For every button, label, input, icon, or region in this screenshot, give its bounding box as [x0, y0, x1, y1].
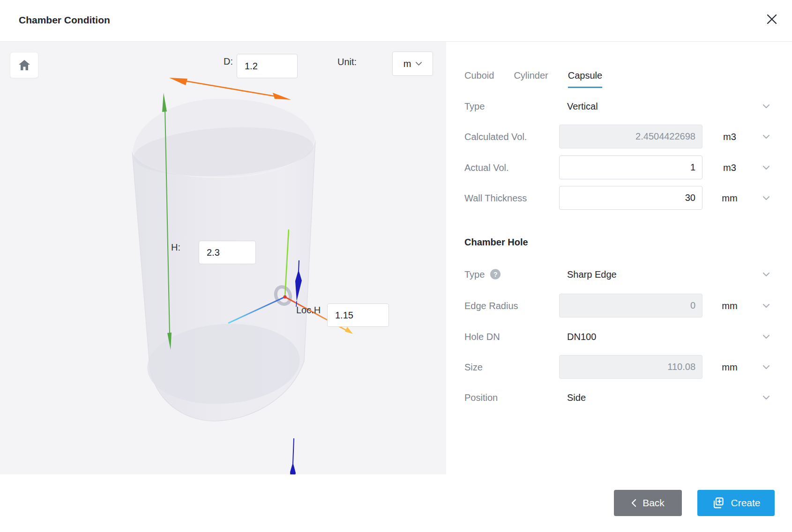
row-size: Size mm — [446, 355, 792, 379]
chevron-down-icon — [763, 166, 770, 170]
chevron-down-icon — [763, 273, 770, 276]
viewer-3d[interactable]: D: Unit: m H: Loc.H — [0, 42, 446, 474]
page-title: Chamber Condition — [19, 15, 110, 26]
settings-panel: Cuboid Cylinder Capsule Type Vertical Ca… — [446, 42, 792, 474]
chevron-down-icon — [763, 104, 770, 108]
size-unit-dropdown[interactable] — [763, 365, 770, 369]
close-icon — [767, 14, 777, 24]
create-button[interactable]: Create — [697, 490, 775, 516]
create-copy-plus-icon — [711, 496, 725, 510]
height-input[interactable] — [199, 241, 256, 264]
calculated-vol-unit-dropdown[interactable] — [763, 135, 770, 139]
position-label: Position — [464, 392, 498, 403]
calculated-vol-label: Calculated Vol. — [464, 131, 527, 142]
chevron-down-icon — [763, 304, 770, 308]
chamber-hole-heading: Chamber Hole — [464, 237, 528, 248]
hole-dn-value[interactable]: DN100 — [567, 331, 596, 342]
hole-type-label: Type — [464, 269, 485, 280]
type-value[interactable]: Vertical — [567, 101, 598, 111]
back-button[interactable]: Back — [614, 490, 682, 516]
tab-capsule[interactable]: Capsule — [568, 70, 602, 88]
row-hole-dn: Hole DN DN100 — [446, 325, 792, 348]
edge-radius-input — [559, 294, 702, 318]
tab-cylinder[interactable]: Cylinder — [514, 70, 548, 88]
axis-arrow-bottom — [290, 438, 296, 474]
loc-height-label: Loc.H — [296, 305, 321, 316]
gizmo-origin — [284, 296, 287, 299]
row-position: Position Side — [446, 385, 792, 409]
row-edge-radius: Edge Radius mm — [446, 294, 792, 318]
wall-thickness-unit-dropdown[interactable] — [763, 196, 770, 200]
back-button-label: Back — [643, 497, 665, 509]
tab-cuboid[interactable]: Cuboid — [464, 70, 494, 88]
actual-vol-input[interactable] — [559, 155, 702, 179]
size-label: Size — [464, 362, 483, 372]
chevron-down-icon — [763, 396, 770, 399]
wall-thickness-input[interactable] — [559, 186, 702, 210]
shape-tabs: Cuboid Cylinder Capsule — [464, 70, 602, 88]
size-unit: mm — [716, 362, 744, 372]
hole-type-dropdown[interactable] — [763, 273, 770, 276]
calculated-vol-input — [559, 125, 702, 148]
hole-dn-label: Hole DN — [464, 331, 500, 342]
row-actual-vol: Actual Vol. m3 — [446, 155, 792, 179]
chevron-down-icon — [763, 365, 770, 369]
hole-type-value[interactable]: Sharp Edge — [567, 269, 617, 280]
chevron-down-icon — [763, 335, 770, 339]
height-label: H: — [171, 242, 180, 253]
type-label: Type — [464, 101, 485, 111]
actual-vol-unit-dropdown[interactable] — [763, 166, 770, 170]
wall-thickness-unit: mm — [716, 192, 744, 203]
chevron-down-icon — [763, 196, 770, 200]
edge-radius-label: Edge Radius — [464, 300, 518, 311]
edge-radius-unit: mm — [716, 300, 744, 311]
actual-vol-unit: m3 — [716, 162, 744, 173]
chevron-down-icon — [416, 62, 422, 66]
chevron-down-icon — [763, 135, 770, 139]
axis-arrow-diameter — [169, 78, 291, 100]
row-type: Type Vertical — [446, 94, 792, 118]
home-icon — [18, 59, 31, 71]
calculated-vol-unit: m3 — [716, 131, 744, 142]
type-dropdown[interactable] — [763, 104, 770, 108]
position-dropdown[interactable] — [763, 396, 770, 399]
diameter-input[interactable] — [237, 54, 298, 78]
row-hole-type: Type ? Sharp Edge — [446, 262, 792, 286]
unit-select[interactable]: m — [392, 52, 433, 76]
row-calculated-vol: Calculated Vol. m3 — [446, 125, 792, 148]
size-input — [559, 355, 702, 379]
help-icon[interactable]: ? — [490, 269, 501, 280]
actual-vol-label: Actual Vol. — [464, 162, 509, 173]
diameter-label: D: — [224, 56, 233, 67]
position-value[interactable]: Side — [567, 392, 586, 403]
chevron-left-icon — [631, 499, 636, 507]
gizmo-arrowhead-yellow — [345, 327, 353, 334]
unit-label: Unit: — [337, 57, 357, 67]
hole-dn-dropdown[interactable] — [763, 335, 770, 339]
wall-thickness-label: Wall Thickness — [464, 192, 527, 203]
unit-value: m — [403, 59, 411, 69]
reset-view-button[interactable] — [10, 52, 38, 78]
close-button[interactable] — [766, 13, 778, 25]
loc-height-input[interactable] — [327, 303, 389, 327]
row-wall-thickness: Wall Thickness mm — [446, 186, 792, 210]
dialog-header: Chamber Condition — [0, 0, 792, 42]
create-button-label: Create — [731, 497, 760, 509]
edge-radius-unit-dropdown[interactable] — [763, 304, 770, 308]
